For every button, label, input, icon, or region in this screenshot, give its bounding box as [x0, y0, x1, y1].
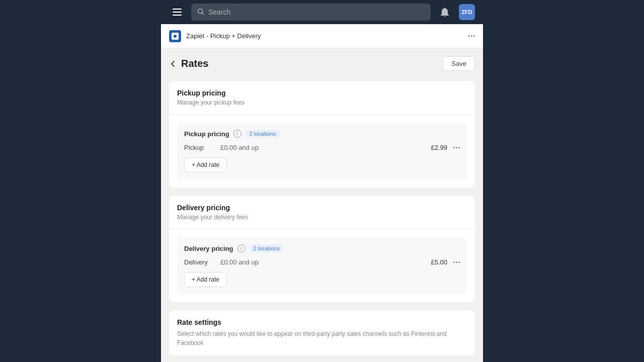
pickup-rate-row: Pickup £0.00 and up £2.99 [184, 144, 460, 151]
pickup-pricing-card: Pickup pricing Manage your pickup fees P… [169, 81, 475, 188]
app-header-bar: Zapiet - Pickup + Delivery [161, 24, 483, 48]
svg-rect-0 [173, 9, 182, 10]
delivery-pricing-subtitle: Manage your delivery fees [177, 214, 467, 221]
delivery-rate-price: £5.00 [431, 258, 447, 266]
rate-settings-card: Rate settings Select which rates you wou… [169, 310, 475, 355]
pickup-subsection-header: Pickup pricing i 2 locations [184, 130, 460, 138]
pickup-rate-range: £0.00 and up [220, 144, 425, 151]
search-bar[interactable]: Search [191, 4, 431, 21]
avatar-initials: ZFD [461, 9, 472, 15]
page-title: Rates [181, 58, 208, 69]
delivery-pricing-subsection: Delivery pricing i 2 locations Delivery … [177, 237, 467, 294]
save-button[interactable]: Save [443, 56, 475, 71]
delivery-add-rate-button[interactable]: + Add rate [184, 272, 227, 287]
app-logo [169, 30, 181, 42]
search-icon [197, 8, 204, 17]
delivery-info-icon[interactable]: i [237, 244, 246, 252]
pickup-pricing-title: Pickup pricing [177, 89, 467, 97]
delivery-subsection-title: Delivery pricing [184, 245, 233, 252]
delivery-rate-range: £0.00 and up [220, 258, 425, 266]
pickup-subsection-title: Pickup pricing [184, 130, 229, 138]
pickup-rate-more-button[interactable] [453, 147, 460, 148]
delivery-rate-more-button[interactable] [453, 261, 460, 263]
delivery-rate-type: Delivery [184, 258, 214, 266]
page-title-row: Rates Save [169, 56, 475, 71]
pickup-pricing-body: Pickup pricing i 2 locations Pickup £0.0… [169, 115, 475, 188]
app-title: Zapiet - Pickup + Delivery [186, 32, 463, 40]
page-content: Rates Save Pickup pricing Manage your pi… [161, 48, 483, 362]
pickup-info-icon[interactable]: i [233, 130, 242, 138]
delivery-rate-row: Delivery £0.00 and up £5.00 [184, 258, 460, 266]
pickup-pricing-header: Pickup pricing Manage your pickup fees [169, 81, 475, 115]
svg-rect-2 [173, 15, 182, 16]
rate-settings-description: Select which rates you would like to app… [177, 329, 467, 347]
rate-settings-title: Rate settings [177, 318, 467, 326]
delivery-locations-badge: 2 locations [250, 244, 284, 252]
hamburger-button[interactable] [169, 4, 185, 20]
back-button[interactable] [169, 60, 177, 68]
pickup-add-rate-button[interactable]: + Add rate [184, 157, 227, 172]
rate-settings-body: Rate settings Select which rates you wou… [169, 310, 475, 355]
pickup-locations-badge: 2 locations [246, 130, 280, 138]
delivery-pricing-body: Delivery pricing i 2 locations Delivery … [169, 229, 475, 302]
delivery-subsection-header: Delivery pricing i 2 locations [184, 244, 460, 252]
notifications-button[interactable] [437, 4, 453, 20]
delivery-pricing-title: Delivery pricing [177, 204, 467, 212]
top-nav: Search ZFD [161, 0, 483, 24]
svg-line-4 [202, 13, 204, 15]
user-avatar[interactable]: ZFD [459, 4, 475, 20]
delivery-pricing-header: Delivery pricing Manage your delivery fe… [169, 196, 475, 229]
pickup-rate-type: Pickup [184, 144, 214, 151]
pickup-pricing-subtitle: Manage your pickup fees [177, 99, 467, 106]
svg-rect-1 [173, 12, 182, 13]
pickup-pricing-subsection: Pickup pricing i 2 locations Pickup £0.0… [177, 123, 467, 179]
delivery-pricing-card: Delivery pricing Manage your delivery fe… [169, 196, 475, 302]
app-more-options-button[interactable] [468, 35, 475, 37]
page-title-left: Rates [169, 58, 208, 69]
search-placeholder: Search [208, 8, 230, 16]
pickup-rate-price: £2.99 [431, 144, 447, 151]
